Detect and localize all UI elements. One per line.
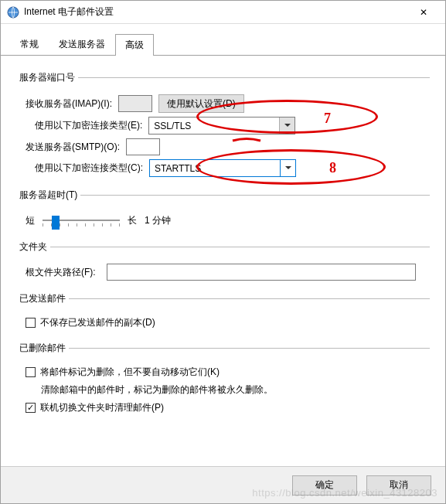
use-defaults-button[interactable]: 使用默认设置(D) xyxy=(158,94,244,113)
dialog-footer: 确定 取消 xyxy=(1,466,445,503)
enc-outgoing-label: 使用以下加密连接类型(C): xyxy=(35,162,143,175)
smtp-port-input[interactable] xyxy=(126,138,160,155)
imap-label: 接收服务器(IMAP)(I): xyxy=(26,97,112,111)
window-title: Internet 电子邮件设置 xyxy=(24,5,408,19)
timeout-long-label: 长 xyxy=(128,214,137,227)
timeout-value: 1 分钟 xyxy=(145,214,171,227)
chevron-down-icon xyxy=(280,160,295,176)
cancel-button[interactable]: 取消 xyxy=(366,475,431,495)
root-folder-label: 根文件夹路径(F): xyxy=(26,266,96,279)
no-copy-checkbox[interactable] xyxy=(26,318,36,328)
ok-button[interactable]: 确定 xyxy=(292,475,357,495)
tab-outgoing[interactable]: 发送服务器 xyxy=(49,33,115,55)
tab-advanced[interactable]: 高级 xyxy=(115,34,154,56)
no-copy-label: 不保存已发送邮件的副本(D) xyxy=(40,316,155,329)
app-icon xyxy=(7,6,19,19)
enc-incoming-value: SSL/TLS xyxy=(154,121,191,131)
deleted-group: 已删除邮件 将邮件标记为删除，但不要自动移动它们(K) 清除邮箱中的邮件时，标记… xyxy=(16,342,430,419)
timeout-slider[interactable] xyxy=(43,213,120,228)
slider-thumb[interactable] xyxy=(52,216,60,230)
deleted-legend: 已删除邮件 xyxy=(16,342,69,355)
purge-checkbox[interactable] xyxy=(26,403,36,413)
mark-delete-checkbox[interactable] xyxy=(26,367,36,377)
enc-incoming-label: 使用以下加密连接类型(E): xyxy=(35,119,142,132)
sent-group: 已发送邮件 不保存已发送邮件的副本(D) xyxy=(16,292,430,334)
chevron-down-icon xyxy=(279,117,294,134)
server-ports-legend: 服务器端口号 xyxy=(16,71,78,84)
folders-legend: 文件夹 xyxy=(16,240,50,254)
mark-delete-label: 将邮件标记为删除，但不要自动移动它们(K) xyxy=(40,366,220,379)
smtp-label: 发送服务器(SMTP)(O): xyxy=(26,141,120,154)
imap-port-input[interactable] xyxy=(118,95,152,112)
close-button[interactable]: ✕ xyxy=(408,2,439,23)
purge-label: 联机切换文件夹时清理邮件(P) xyxy=(40,401,164,414)
tab-strip: 常规 发送服务器 高级 xyxy=(1,24,445,56)
titlebar: Internet 电子邮件设置 ✕ xyxy=(1,1,445,24)
delete-note: 清除邮箱中的邮件时，标记为删除的邮件将被永久删除。 xyxy=(41,383,430,397)
enc-outgoing-select[interactable]: STARTTLS xyxy=(149,159,296,177)
enc-outgoing-value: STARTTLS xyxy=(155,163,201,174)
timeout-group: 服务器超时(T) 短 长 1 分钟 xyxy=(16,189,430,233)
server-ports-group: 服务器端口号 接收服务器(IMAP)(I): 使用默认设置(D) 使用以下加密连… xyxy=(16,71,430,181)
folders-group: 文件夹 根文件夹路径(F): xyxy=(16,240,430,284)
timeout-short-label: 短 xyxy=(26,214,35,227)
content-area: 服务器端口号 接收服务器(IMAP)(I): 使用默认设置(D) 使用以下加密连… xyxy=(1,56,445,427)
sent-legend: 已发送邮件 xyxy=(16,292,69,305)
timeout-legend: 服务器超时(T) xyxy=(16,189,80,202)
tab-general[interactable]: 常规 xyxy=(10,33,49,55)
enc-incoming-select[interactable]: SSL/TLS xyxy=(148,117,295,135)
root-folder-input[interactable] xyxy=(107,264,416,281)
